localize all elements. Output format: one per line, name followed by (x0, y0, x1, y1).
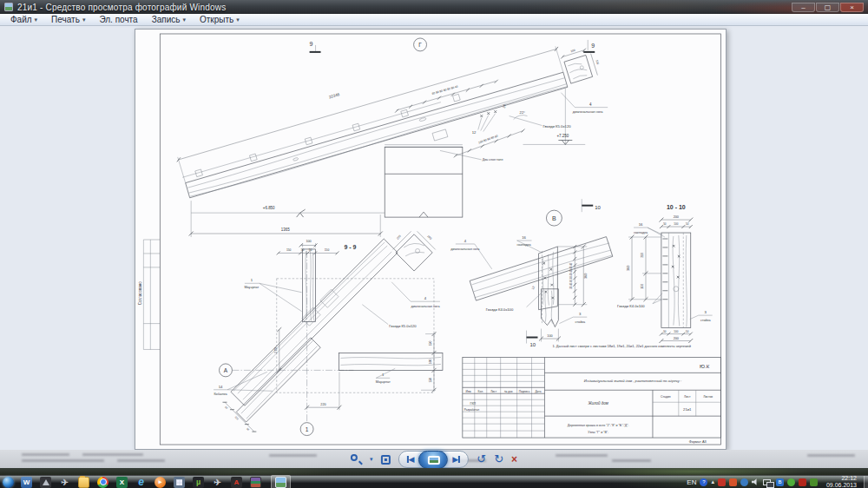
photo-viewer-app-icon (4, 3, 13, 11)
label-post: стойка (575, 320, 585, 324)
volume-icon[interactable] (752, 478, 760, 486)
taskbar-warthunder-icon[interactable]: ✈ (59, 477, 70, 488)
tray-utorrent-icon[interactable] (787, 478, 795, 486)
label-plate-no: 16 (522, 235, 526, 240)
magnifier-handle (358, 460, 363, 465)
bluetooth-icon[interactable]: B (776, 478, 784, 486)
label-12-nails: 12 (472, 130, 477, 135)
zoom-dropdown-arrow[interactable]: ▾ (370, 456, 373, 463)
system-tray: EN ? ▴ B 22:12 09.06.2013 (687, 475, 868, 488)
label-plate: накладка (516, 243, 531, 247)
dim-1365: 1365 (281, 228, 290, 232)
dim-50t-b: 50 (686, 222, 689, 226)
section-mark-label: 10 (530, 342, 536, 347)
label-mauerlat-no: 1 (251, 278, 253, 282)
taskbar-chrome-icon[interactable] (97, 477, 108, 488)
rotate-cw-button[interactable]: ↻ (494, 452, 503, 466)
tb-col-kol: Кол. (478, 390, 483, 393)
zoom-button[interactable] (351, 454, 362, 465)
dim-stack: 30 40 40 40 40 40 40 40 (569, 262, 573, 288)
label-leg: диагональная нога (411, 305, 441, 308)
close-button[interactable]: × (840, 3, 864, 12)
label-leg: диагональная нога (450, 247, 480, 251)
tb-col-list: Лист (490, 390, 496, 393)
menu-email-label: Эл. почта (99, 15, 137, 24)
previous-button[interactable]: ◀ (404, 452, 417, 467)
actual-size-button[interactable] (380, 455, 390, 465)
view-label-g: Г (418, 42, 422, 48)
menu-print[interactable]: Печать▾ (44, 14, 92, 25)
approval-stamp: Согласовано (138, 281, 142, 305)
minimize-button[interactable]: – (792, 3, 815, 12)
maximize-button[interactable]: ▢ (816, 3, 839, 12)
next-button[interactable]: ▶ (450, 452, 463, 467)
label-nails-99: Гвозди К5.0х120 (389, 324, 417, 328)
tray-red-app-icon[interactable] (718, 478, 726, 486)
menu-burn[interactable]: Запись▾ (145, 14, 193, 25)
taskbar-utorrent-icon[interactable]: µ (193, 477, 204, 488)
section-mark-10-top: 10 (582, 199, 601, 212)
navigation-pill: ◀ ▶ (398, 451, 469, 468)
menu-email[interactable]: Эл. почта (92, 14, 144, 25)
tb-object: Индивидуальный жилой дом , расположенный… (584, 379, 681, 383)
tray-blue-app-icon[interactable] (740, 478, 748, 486)
dim-50b-a: 50 (663, 330, 667, 333)
clock-date: 09.06.2013 (826, 482, 857, 488)
dim-200-detail: 200 (396, 234, 402, 241)
taskbar-gaijin-icon[interactable]: ✈ (212, 477, 223, 488)
menu-print-label: Печать (51, 15, 80, 24)
language-indicator[interactable]: EN (687, 478, 696, 486)
slideshow-button[interactable] (418, 451, 448, 469)
drawing-note: 1. Данный лист смотри с листами 18и1, 19… (552, 344, 691, 348)
label-leg-no: 4 (424, 296, 427, 300)
taskbar-photo-viewer-button[interactable] (271, 475, 291, 488)
tray-help-icon[interactable]: ? (700, 478, 707, 486)
network-icon[interactable] (763, 478, 773, 486)
delete-button[interactable]: × (511, 452, 517, 466)
section-mark-9-left: 9 (310, 41, 321, 52)
axis-label-1: 1 (306, 426, 309, 432)
clock[interactable]: 22:12 09.06.2013 (826, 475, 857, 488)
tb-project: Жилой дом (588, 400, 608, 406)
dim-right-100: 100 (429, 359, 432, 365)
tray-adobe-icon[interactable] (799, 478, 806, 486)
dim-50b: 50 (309, 248, 312, 252)
taskbar-word-icon[interactable]: W (21, 477, 32, 488)
start-button[interactable] (3, 477, 14, 488)
taskbar-worldoftanks-icon[interactable] (40, 477, 51, 488)
tb-sheets-h: Листов (703, 395, 713, 399)
window-title: 21и1 - Средство просмотра фотографий Win… (17, 3, 226, 12)
taskbar-mediaplayer-icon[interactable]: ▸ (155, 477, 166, 488)
taskbar-winrar-icon[interactable] (250, 477, 261, 488)
tb-col-sign: Подпись (519, 390, 530, 393)
show-desktop-button[interactable] (864, 476, 868, 488)
menu-file[interactable]: Файл▾ (3, 14, 44, 25)
dim-150: 150 (641, 284, 644, 289)
rotate-ccw-button[interactable]: ↺ (477, 452, 486, 466)
taskbar-calculator-icon[interactable] (174, 477, 185, 488)
menu-open[interactable]: Открыть▾ (193, 14, 247, 25)
section-mark-label: 9 (310, 41, 313, 47)
label-post-no: 3 (579, 312, 582, 316)
dim-100-detail: 100 (426, 234, 432, 241)
tb-developed: Разработал (464, 408, 479, 412)
next-bar-icon (458, 456, 460, 463)
dim-360: 360 (627, 266, 630, 271)
drawing-sheet: Согласовано (135, 29, 727, 450)
section-mark-9-right: 9 (583, 40, 595, 52)
magnifier-icon (351, 454, 358, 461)
tray-orange-app-icon[interactable] (729, 478, 737, 486)
tb-gkp: ГКП (470, 402, 477, 406)
show-hidden-icons-arrow[interactable]: ▴ (711, 478, 714, 486)
taskbar-adobe-reader-icon[interactable]: A (231, 477, 242, 488)
taskbar-excel-icon[interactable]: X (116, 477, 128, 488)
label-nails-1010: Гвозди К4.0х100 (617, 304, 645, 308)
tray-nvidia-icon[interactable] (810, 478, 818, 486)
tb-code: Ю.К (700, 364, 710, 369)
taskbar-ie-icon[interactable]: e (135, 477, 147, 488)
label-mauerlat2: Мауэрлат (376, 380, 391, 384)
label-nails-v: Гвозди К4.0х100 (486, 307, 514, 312)
tb-subject-2: Узлы "Г" и "В". (588, 431, 608, 434)
menu-burn-label: Запись (152, 15, 181, 24)
taskbar-explorer-icon[interactable] (78, 477, 89, 488)
